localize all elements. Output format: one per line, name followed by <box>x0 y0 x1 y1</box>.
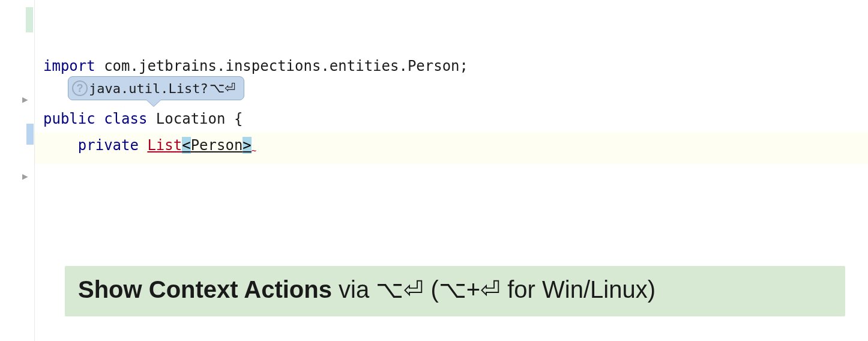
code-line-active: private List<Person>~ <box>35 132 868 164</box>
error-squiggle-icon: ~ <box>252 146 255 155</box>
code-line <box>35 26 868 53</box>
bracket-close: > <box>243 137 251 154</box>
hint-title: Show Context Actions <box>78 276 332 303</box>
class-name: Location { <box>147 110 243 127</box>
hint-via: via <box>332 276 376 303</box>
bracket-open: < <box>182 137 190 154</box>
gutter-caret-marker <box>26 124 34 145</box>
code-line <box>35 0 868 26</box>
keyword-import: import <box>43 58 95 74</box>
tooltip-shortcut: ⌥⏎ <box>209 80 235 96</box>
hint-paren: ( <box>424 276 438 303</box>
fold-arrow-icon[interactable]: ▶ <box>22 94 28 105</box>
editor-gutter: ▶ ▶ <box>0 0 35 341</box>
gutter-vcs-marker <box>26 7 33 32</box>
keyword-private: private <box>78 137 139 154</box>
code-line: import com.jetbrains.inspections.entitie… <box>35 53 868 79</box>
error-token[interactable]: List <box>147 137 182 154</box>
intention-tooltip[interactable]: ?java.util.List? ⌥⏎ <box>68 76 244 100</box>
keyword-class: class <box>95 110 148 127</box>
keyword-public: public <box>43 110 95 127</box>
hint-suffix: for Win/Linux) <box>501 276 656 303</box>
tooltip-text: java.util.List? <box>89 81 208 96</box>
fold-arrow-icon[interactable]: ▶ <box>22 170 28 182</box>
hint-shortcut-win: ⌥+⏎ <box>439 276 501 303</box>
import-path: com.jetbrains.inspections.entities.Perso… <box>95 58 468 74</box>
hint-shortcut-mac: ⌥⏎ <box>376 276 424 303</box>
code-line: public class Location { <box>35 106 868 132</box>
generic-type: Person <box>191 137 243 154</box>
question-icon: ? <box>72 80 88 96</box>
hint-banner: Show Context Actions via ⌥⏎ (⌥+⏎ for Win… <box>65 266 845 316</box>
